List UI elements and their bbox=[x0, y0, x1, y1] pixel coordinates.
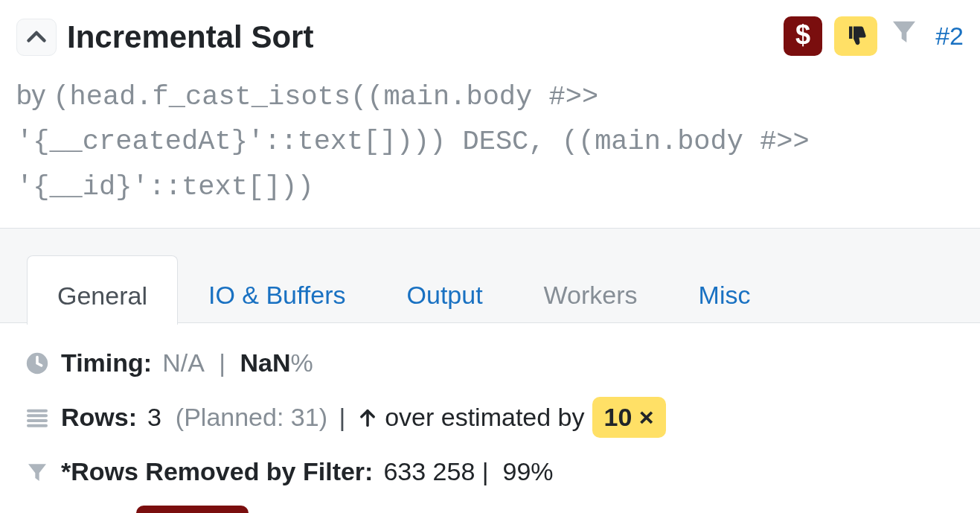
tab-output[interactable]: Output bbox=[377, 255, 513, 324]
rows-label: Rows: bbox=[61, 398, 137, 436]
cost-badge[interactable]: $ bbox=[784, 16, 822, 56]
timing-row: Timing: N/A | NaN% bbox=[22, 344, 964, 382]
timing-value: N/A bbox=[162, 344, 205, 382]
filter-icon[interactable] bbox=[889, 16, 919, 57]
sort-key-line: by (head.f_cast_isots((main.body #>> '{_… bbox=[0, 60, 980, 228]
node-link[interactable]: #2 bbox=[931, 17, 964, 55]
estimate-factor-badge: 10 × bbox=[592, 397, 666, 438]
rows-removed-label: *Rows Removed by Filter: bbox=[61, 453, 373, 491]
estimate-bad-badge[interactable] bbox=[834, 16, 877, 56]
rows-row: Rows: 3 (Planned: 31) | over estimated b… bbox=[22, 397, 964, 438]
title-group: Incremental Sort bbox=[16, 13, 313, 60]
rows-planned: (Planned: 31) bbox=[176, 398, 327, 436]
cost-total: (Total: 628 000) bbox=[263, 507, 438, 513]
timing-label: Timing: bbox=[61, 344, 152, 382]
timing-pct-suffix: % bbox=[291, 344, 313, 382]
filter-row-icon bbox=[22, 460, 52, 484]
sort-expression: (head.f_cast_isots((main.body #>> '{__cr… bbox=[16, 81, 810, 203]
rows-icon bbox=[22, 406, 52, 430]
clock-icon bbox=[22, 351, 52, 376]
cost-row: $ Cost: 628 000 (Total: 628 000) bbox=[22, 506, 964, 513]
cost-label: Cost: bbox=[61, 507, 126, 513]
thumbs-down-icon bbox=[842, 23, 869, 50]
node-title: Incremental Sort bbox=[67, 13, 313, 60]
node-header: Incremental Sort $ #2 bbox=[0, 0, 980, 60]
timing-separator: | bbox=[212, 344, 233, 382]
rows-actual: 3 bbox=[147, 398, 161, 436]
timing-pct-value: NaN bbox=[240, 344, 291, 382]
rows-removed-pct: 99% bbox=[503, 453, 554, 491]
tabs-bar: General IO & Buffers Output Workers Misc bbox=[0, 228, 980, 323]
rows-over-text: over estimated by bbox=[385, 398, 584, 436]
dollar-icon: $ bbox=[793, 22, 813, 51]
svg-text:$: $ bbox=[795, 22, 810, 50]
rows-removed-value: 633 258 bbox=[383, 453, 475, 491]
badges-group: $ #2 bbox=[784, 13, 964, 57]
chevron-up-icon bbox=[23, 24, 50, 51]
by-label: by bbox=[16, 80, 45, 110]
tab-misc[interactable]: Misc bbox=[668, 255, 781, 324]
rows-removed-row: *Rows Removed by Filter: 633 258 | 99% bbox=[22, 453, 964, 491]
stats-panel: Timing: N/A | NaN% Rows: 3 (Planned: 31)… bbox=[0, 323, 980, 513]
tab-io-buffers[interactable]: IO & Buffers bbox=[178, 255, 377, 324]
arrow-up-icon bbox=[357, 407, 378, 428]
collapse-toggle[interactable] bbox=[16, 19, 57, 56]
tab-workers[interactable]: Workers bbox=[513, 255, 668, 324]
tab-general[interactable]: General bbox=[27, 255, 178, 325]
cost-value-badge: 628 000 bbox=[136, 506, 249, 513]
